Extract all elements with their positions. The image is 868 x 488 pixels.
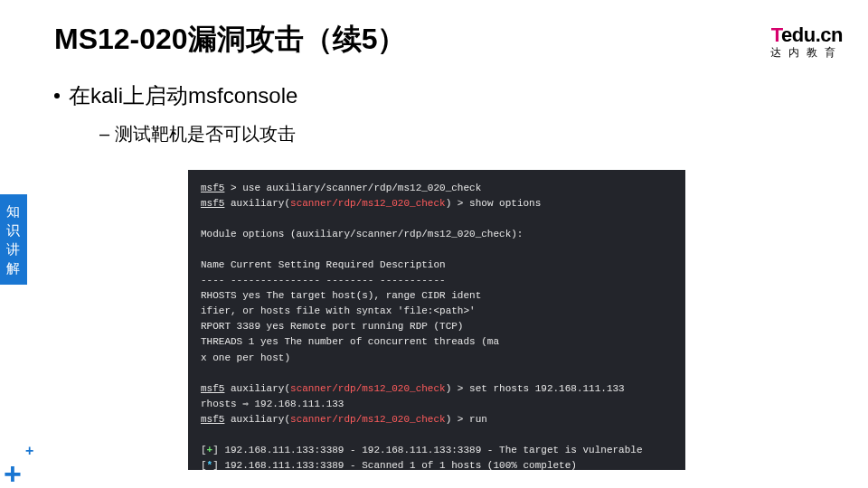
plus-icon: + [4, 456, 22, 488]
logo-subtitle: 达内教育 [770, 45, 843, 61]
page-title: MS12-020漏洞攻击（续5） [54, 20, 406, 60]
logo-letter: T [771, 23, 781, 46]
bullet-level-2: – 测试靶机是否可以攻击 [99, 122, 296, 146]
plus-icon: + [25, 443, 33, 459]
sidebar-tag: 知识讲解 [0, 194, 27, 285]
brand-logo: Tedu.cn 达内教育 [770, 23, 843, 61]
bullet-level-1: 在kali上启动msfconsole [54, 81, 297, 110]
bullet-1-text: 在kali上启动msfconsole [69, 81, 297, 110]
terminal-screenshot: msf5 > use auxiliary/scanner/rdp/ms12_02… [188, 170, 685, 470]
logo-text: edu.cn [781, 23, 843, 46]
bullet-dot-icon [54, 93, 60, 99]
